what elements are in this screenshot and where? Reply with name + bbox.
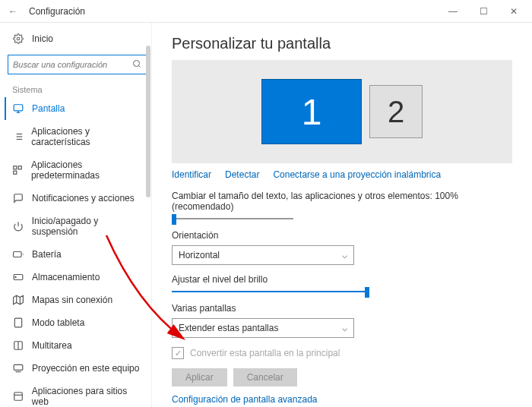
svg-point-19 [15, 276, 16, 277]
svg-rect-12 [14, 166, 17, 169]
back-button[interactable]: ← [3, 2, 23, 21]
svg-rect-16 [14, 252, 21, 257]
svg-rect-28 [14, 393, 23, 401]
nav-projection[interactable]: Proyección en este equipo [6, 357, 151, 380]
maximize-button[interactable]: ☐ [468, 2, 499, 21]
apply-button: Aplicar [172, 368, 227, 386]
svg-point-0 [17, 37, 20, 40]
nav-label: Mapas sin conexión [32, 295, 112, 305]
page-title: Personalizar tu pantalla [172, 35, 512, 52]
nav-power[interactable]: Inicio/apagado y suspensión [6, 210, 151, 243]
nav-tablet[interactable]: Modo tableta [6, 311, 151, 334]
brightness-slider[interactable] [172, 291, 369, 292]
orientation-label: Orientación [172, 230, 512, 241]
svg-point-1 [134, 60, 140, 66]
apps-icon [12, 131, 24, 142]
storage-icon [12, 272, 24, 282]
monitor-2[interactable]: 2 [369, 85, 423, 138]
nav-default-apps[interactable]: Aplicaciones predeterminadas [6, 153, 151, 187]
nav-apps[interactable]: Aplicaciones y características [6, 120, 151, 153]
nav-label: Pantalla [32, 103, 65, 114]
scale-label: Cambiar el tamaño del texto, las aplicac… [172, 191, 512, 212]
nav-label: Modo tableta [32, 317, 84, 328]
nav-label: Proyección en este equipo [32, 363, 139, 374]
home-label: Inicio [32, 33, 53, 44]
chevron-down-icon: ⌵ [342, 250, 347, 260]
tablet-icon [12, 317, 24, 328]
close-icon: ✕ [510, 6, 518, 17]
home-nav[interactable]: Inicio [6, 29, 151, 49]
nav-label: Almacenamiento [32, 272, 100, 282]
identify-link[interactable]: Identificar [172, 169, 211, 180]
nav-battery[interactable]: Batería [6, 243, 151, 266]
multiple-value: Extender estas pantallas [179, 323, 278, 333]
close-button[interactable]: ✕ [499, 2, 529, 21]
svg-rect-14 [14, 171, 17, 174]
search-icon [132, 59, 141, 71]
primary-display-checkbox: ✓ Convertir esta pantalla en la principa… [172, 347, 512, 359]
nav-multitask[interactable]: Multitarea [6, 334, 151, 357]
projection-icon [12, 363, 24, 374]
nav-label: Batería [32, 249, 62, 260]
multiple-displays-dropdown[interactable]: Extender estas pantallas ⌵ [172, 318, 354, 338]
svg-rect-3 [14, 105, 23, 111]
nav-storage[interactable]: Almacenamiento [6, 266, 151, 289]
gear-icon [12, 33, 24, 44]
power-icon [12, 221, 24, 232]
section-heading: Sistema [6, 80, 151, 97]
notifications-icon [12, 193, 24, 204]
nav-label: Inicio/apagado y suspensión [32, 216, 145, 237]
minimize-icon: — [448, 6, 458, 17]
back-arrow-icon: ← [8, 6, 17, 17]
nav-label: Aplicaciones predeterminadas [31, 159, 145, 181]
connect-link[interactable]: Conectarse a una proyección inalámbrica [273, 169, 441, 180]
window-title: Configuración [29, 6, 438, 17]
orientation-dropdown[interactable]: Horizontal ⌵ [172, 245, 354, 265]
sidebar-scrollbar[interactable] [146, 46, 150, 197]
svg-rect-23 [14, 318, 21, 327]
maximize-icon: ☐ [480, 6, 488, 17]
scale-slider[interactable] [172, 218, 293, 219]
checkbox-box: ✓ [172, 347, 184, 359]
multitask-icon [12, 340, 24, 351]
monitor-1[interactable]: 1 [261, 79, 362, 144]
chevron-down-icon: ⌵ [342, 323, 347, 333]
search-input-container[interactable] [8, 55, 147, 74]
svg-marker-20 [14, 295, 24, 304]
monitor-selector[interactable]: 1 2 [172, 60, 512, 163]
slider-thumb[interactable] [365, 287, 369, 298]
nav-pantalla[interactable]: Pantalla [5, 97, 151, 120]
nav-websites[interactable]: Aplicaciones para sitios web [6, 380, 151, 407]
nav-notifications[interactable]: Notificaciones y acciones [6, 187, 151, 210]
monitor-icon [12, 103, 24, 114]
advanced-settings-link[interactable]: Configuración de pantalla avanzada [172, 394, 317, 405]
cancel-button: Cancelar [233, 368, 297, 386]
detect-link[interactable]: Detectar [225, 169, 259, 180]
nav-label: Aplicaciones y características [31, 126, 145, 147]
svg-line-2 [138, 65, 140, 67]
brightness-label: Ajustar el nivel del brillo [172, 274, 512, 285]
nav-maps[interactable]: Mapas sin conexión [6, 289, 151, 311]
search-input[interactable] [13, 60, 132, 69]
checkbox-label: Convertir esta pantalla en la principal [190, 348, 340, 358]
nav-label: Notificaciones y acciones [32, 193, 135, 204]
minimize-button[interactable]: — [438, 2, 468, 21]
slider-thumb[interactable] [172, 214, 176, 225]
nav-label: Multitarea [32, 340, 72, 351]
svg-rect-13 [19, 166, 22, 169]
battery-icon [12, 249, 24, 260]
svg-rect-27 [14, 364, 23, 370]
maps-icon [12, 295, 24, 305]
nav-label: Aplicaciones para sitios web [32, 386, 145, 407]
default-apps-icon [12, 165, 24, 175]
websites-icon [12, 391, 24, 402]
multiple-label: Varias pantallas [172, 303, 512, 314]
orientation-value: Horizontal [179, 250, 220, 260]
